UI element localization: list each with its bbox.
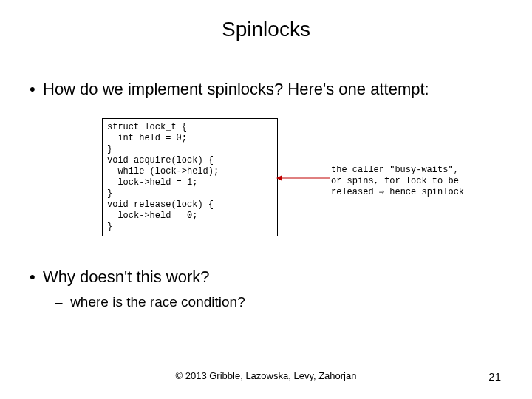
bullet-why: •Why doesn't this work?	[30, 267, 210, 287]
arrow-left-icon	[276, 174, 330, 182]
annotation-busy-wait: the caller "busy-waits", or spins, for l…	[331, 165, 501, 198]
annotation-line: the caller "busy-waits",	[331, 165, 501, 176]
slide: Spinlocks •How do we implement spinlocks…	[0, 0, 532, 399]
page-number: 21	[488, 370, 501, 383]
bullet-marker: •	[30, 80, 43, 99]
annotation-line: or spins, for lock to be	[331, 176, 501, 187]
bullet-text: Why doesn't this work?	[43, 267, 210, 286]
annotation-line: released ⇒ hence spinlock	[331, 187, 501, 198]
subbullet-race: – where is the race condition?	[55, 294, 245, 310]
bullet-implement: •How do we implement spinlocks? Here's o…	[30, 80, 429, 99]
bullet-marker: •	[30, 267, 43, 287]
code-block: struct lock_t { int held = 0; } void acq…	[102, 118, 278, 236]
bullet-text: How do we implement spinlocks? Here's on…	[43, 80, 429, 98]
footer-copyright: © 2013 Gribble, Lazowska, Levy, Zahorjan	[0, 370, 532, 381]
subbullet-marker: –	[55, 294, 63, 310]
subbullet-text: where is the race condition?	[70, 294, 245, 310]
page-title: Spinlocks	[0, 18, 532, 41]
